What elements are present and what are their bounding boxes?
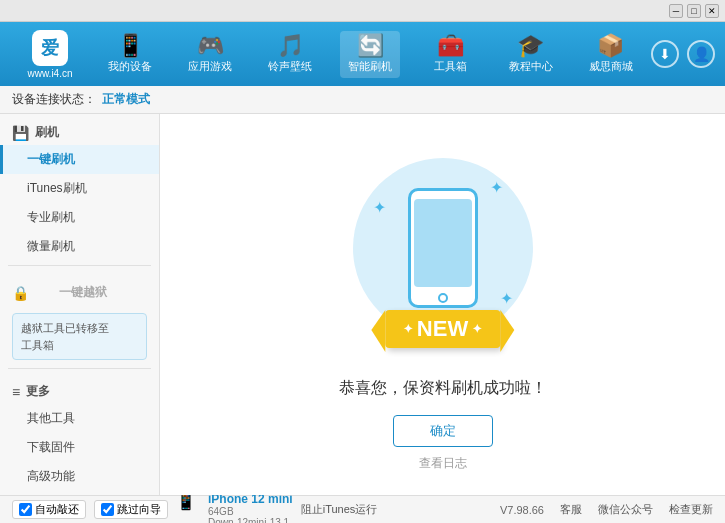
- nav-smart-flash[interactable]: 🔄 智能刷机: [340, 31, 400, 78]
- sidebar-divider-1: [8, 265, 151, 266]
- close-button[interactable]: ✕: [705, 4, 719, 18]
- sidebar-flash-group: 💾 刷机 一键刷机 iTunes刷机 专业刷机 微量刷机: [0, 118, 159, 261]
- auto-connect-input[interactable]: [19, 503, 32, 516]
- bottom-right: V7.98.66 客服 微信公众号 检查更新: [500, 502, 713, 517]
- device-row: 📱 iPhone 12 mini 64GB Down-12mini-13,1: [176, 492, 293, 524]
- nav-toolbox[interactable]: 🧰 工具箱: [421, 31, 481, 78]
- micro-flash-label: 微量刷机: [27, 239, 75, 253]
- sparkle-icon-2: ✦: [373, 198, 386, 217]
- smart-flash-label: 智能刷机: [348, 59, 392, 74]
- star-left: ✦: [403, 322, 413, 336]
- more-group-icon: ≡: [12, 384, 20, 400]
- ringtone-icon: 🎵: [277, 35, 304, 57]
- user-button[interactable]: 👤: [687, 40, 715, 68]
- sidebar-item-itunes-flash[interactable]: iTunes刷机: [0, 174, 159, 203]
- app-game-icon: 🎮: [197, 35, 224, 57]
- header-right: ⬇ 👤: [651, 40, 715, 68]
- my-device-icon: 📱: [117, 35, 144, 57]
- status-bar: 设备连接状态： 正常模式: [0, 86, 725, 114]
- nav-app-game[interactable]: 🎮 应用游戏: [180, 31, 240, 78]
- main-layout: 💾 刷机 一键刷机 iTunes刷机 专业刷机 微量刷机 🔒 一键越狱: [0, 114, 725, 495]
- download-button[interactable]: ⬇: [651, 40, 679, 68]
- title-bar: ─ □ ✕: [0, 0, 725, 22]
- download-firmware-label: 下载固件: [27, 440, 75, 454]
- logo-text: www.i4.cn: [27, 68, 72, 79]
- skip-wizard-input[interactable]: [101, 503, 114, 516]
- view-log-link[interactable]: 查看日志: [419, 455, 467, 472]
- sparkle-icon-3: ✦: [500, 289, 513, 308]
- jailbreak-group-label: 一键越狱: [35, 280, 119, 305]
- flash-group-icon: 💾: [12, 125, 29, 141]
- nav-tutorial[interactable]: 🎓 教程中心: [501, 31, 561, 78]
- minimize-button[interactable]: ─: [669, 4, 683, 18]
- toolbox-label: 工具箱: [434, 59, 467, 74]
- jailbreak-note: 越狱工具已转移至工具箱: [12, 313, 147, 360]
- logo-symbol: 爱: [41, 36, 59, 60]
- tutorial-icon: 🎓: [517, 35, 544, 57]
- device-storage: 64GB: [208, 506, 293, 517]
- one-click-flash-label: 一键刷机: [27, 152, 75, 166]
- header: 爱 www.i4.cn 📱 我的设备 🎮 应用游戏 🎵 铃声壁纸 🔄 智能刷机 …: [0, 22, 725, 86]
- toolbox-icon: 🧰: [437, 35, 464, 57]
- sidebar-more-group: ≡ 更多 其他工具 下载固件 高级功能: [0, 377, 159, 491]
- status-value: 正常模式: [102, 91, 150, 108]
- nav-my-device[interactable]: 📱 我的设备: [100, 31, 160, 78]
- my-device-label: 我的设备: [108, 59, 152, 74]
- phone-body: [408, 188, 478, 308]
- customer-service-link[interactable]: 客服: [560, 502, 582, 517]
- weishi-icon: 📦: [597, 35, 624, 57]
- tutorial-label: 教程中心: [509, 59, 553, 74]
- auto-connect-checkbox[interactable]: 自动敲还: [12, 500, 86, 519]
- sidebar-item-other-tools[interactable]: 其他工具: [0, 404, 159, 433]
- status-prefix: 设备连接状态：: [12, 91, 96, 108]
- itunes-flash-label: iTunes刷机: [27, 181, 87, 195]
- new-badge: ✦ NEW ✦: [385, 310, 500, 348]
- sparkle-icon-1: ✦: [490, 178, 503, 197]
- app-game-label: 应用游戏: [188, 59, 232, 74]
- logo: 爱 www.i4.cn: [10, 30, 90, 79]
- phone-illustration: ✦ ✦ ✦ ✦ NEW ✦: [343, 138, 543, 358]
- wechat-public-link[interactable]: 微信公众号: [598, 502, 653, 517]
- sidebar-item-pro-flash[interactable]: 专业刷机: [0, 203, 159, 232]
- advanced-label: 高级功能: [27, 469, 75, 483]
- star-right: ✦: [472, 322, 482, 336]
- success-message: 恭喜您，保资料刷机成功啦！: [339, 378, 547, 399]
- phone-home-button: [438, 293, 448, 303]
- auto-connect-label: 自动敲还: [35, 502, 79, 517]
- sidebar: 💾 刷机 一键刷机 iTunes刷机 专业刷机 微量刷机 🔒 一键越狱: [0, 114, 160, 495]
- jailbreak-lock-icon: 🔒: [12, 285, 29, 301]
- nav-weishi[interactable]: 📦 威思商城: [581, 31, 641, 78]
- pro-flash-label: 专业刷机: [27, 210, 75, 224]
- new-ribbon: ✦ NEW ✦: [385, 310, 500, 348]
- check-update-link[interactable]: 检查更新: [669, 502, 713, 517]
- confirm-button[interactable]: 确定: [393, 415, 493, 447]
- sidebar-item-advanced[interactable]: 高级功能: [0, 462, 159, 491]
- itunes-status: 阻止iTunes运行: [301, 502, 378, 517]
- skip-wizard-checkbox[interactable]: 跳过向导: [94, 500, 168, 519]
- smart-flash-icon: 🔄: [357, 35, 384, 57]
- sidebar-jailbreak-header: 🔒 一键越狱: [0, 274, 159, 309]
- new-text: NEW: [417, 316, 468, 342]
- ringtone-label: 铃声壁纸: [268, 59, 312, 74]
- maximize-button[interactable]: □: [687, 4, 701, 18]
- nav-ringtone-wallpaper[interactable]: 🎵 铃声壁纸: [260, 31, 320, 78]
- content-area: ✦ ✦ ✦ ✦ NEW ✦ 恭喜您，保资料刷机成功啦！ 确定 查看日志: [160, 114, 725, 495]
- confirm-label: 确定: [430, 422, 456, 440]
- skip-wizard-label: 跳过向导: [117, 502, 161, 517]
- other-tools-label: 其他工具: [27, 411, 75, 425]
- sidebar-flash-header: 💾 刷机: [0, 118, 159, 145]
- nav-bar: 📱 我的设备 🎮 应用游戏 🎵 铃声壁纸 🔄 智能刷机 🧰 工具箱 🎓 教程中心…: [90, 31, 651, 78]
- sidebar-jailbreak-group: 🔒 一键越狱 越狱工具已转移至工具箱: [0, 274, 159, 364]
- sidebar-item-download-firmware[interactable]: 下载固件: [0, 433, 159, 462]
- device-info: iPhone 12 mini 64GB Down-12mini-13,1: [208, 492, 293, 524]
- jailbreak-note-text: 越狱工具已转移至工具箱: [21, 322, 109, 351]
- phone-screen: [414, 199, 472, 287]
- flash-group-label: 刷机: [35, 124, 59, 141]
- weishi-label: 威思商城: [589, 59, 633, 74]
- version-text: V7.98.66: [500, 504, 544, 516]
- bottom-bar: 自动敲还 跳过向导 📱 iPhone 12 mini 64GB Down-12m…: [0, 495, 725, 523]
- sidebar-item-one-click-flash[interactable]: 一键刷机: [0, 145, 159, 174]
- sidebar-divider-2: [8, 368, 151, 369]
- device-firmware: Down-12mini-13,1: [208, 517, 293, 524]
- sidebar-item-micro-flash[interactable]: 微量刷机: [0, 232, 159, 261]
